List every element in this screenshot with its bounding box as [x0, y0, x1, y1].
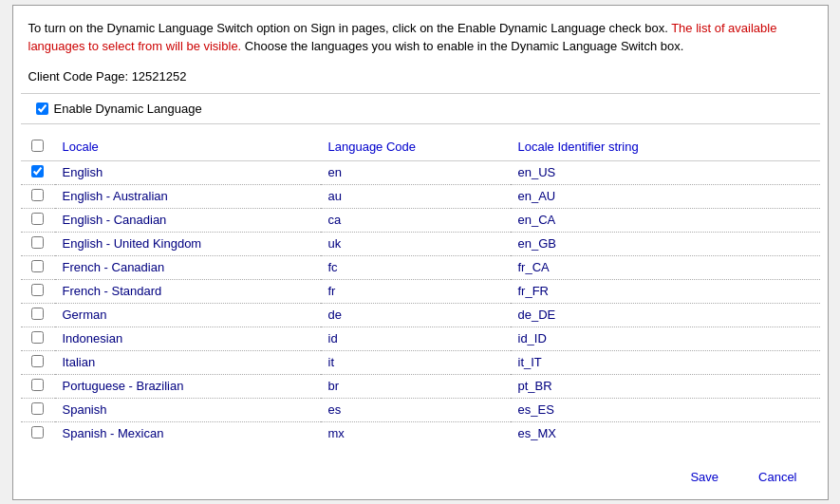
row-identifier: en_GB — [511, 232, 820, 255]
row-language-code: it — [321, 350, 511, 374]
row-identifier: en_AU — [511, 184, 820, 208]
row-language-code: uk — [321, 232, 511, 255]
row-checkbox[interactable] — [31, 236, 44, 249]
table-row: English - United Kingdomuken_GB — [21, 232, 820, 255]
client-code-value: 1252 — [132, 69, 159, 84]
row-checkbox[interactable] — [31, 331, 44, 344]
row-language-code: ca — [321, 208, 511, 232]
table-header-row: Locale Language Code Locale Identifier s… — [21, 134, 820, 161]
row-locale: Spanish - Mexican — [55, 421, 321, 445]
row-language-code: fr — [321, 279, 511, 303]
table-row: Portuguese - Brazilianbrpt_BR — [21, 374, 820, 398]
main-dialog: To turn on the Dynamic Language Switch o… — [12, 5, 829, 500]
row-locale: English - Australian — [55, 184, 321, 208]
row-locale: English - Canadian — [55, 208, 321, 232]
row-language-code: br — [321, 374, 511, 398]
row-checkbox[interactable] — [31, 379, 44, 391]
row-language-code: fc — [321, 255, 511, 279]
row-checkbox-cell — [21, 303, 55, 327]
row-language-code: au — [321, 184, 511, 208]
row-checkbox-cell — [21, 350, 55, 374]
client-code-section: Client Code Page: 12521252 — [13, 65, 828, 93]
row-identifier: id_ID — [511, 327, 820, 350]
row-locale: German — [55, 303, 321, 327]
row-checkbox[interactable] — [31, 355, 44, 367]
row-checkbox-cell — [21, 160, 55, 184]
row-checkbox-cell — [21, 398, 55, 421]
col-header-checkbox — [21, 134, 55, 161]
enable-section: Enable Dynamic Language — [21, 94, 820, 124]
row-checkbox-cell — [21, 421, 55, 445]
enable-dynamic-language-checkbox[interactable] — [36, 103, 48, 115]
table-row: Spanish - Mexicanmxes_MX — [21, 421, 820, 445]
footer: Save Cancel — [13, 455, 828, 499]
save-button[interactable]: Save — [675, 466, 734, 488]
row-checkbox-cell — [21, 279, 55, 303]
row-language-code: id — [321, 327, 511, 350]
table-row: Germandede_DE — [21, 303, 820, 327]
instruction-text: To turn on the Dynamic Language Switch o… — [13, 6, 828, 65]
row-checkbox-cell — [21, 232, 55, 255]
cancel-button[interactable]: Cancel — [743, 466, 812, 488]
table-row: Englishenen_US — [21, 160, 820, 184]
row-language-code: es — [321, 398, 511, 421]
instruction-part1: To turn on the Dynamic Language Switch o… — [28, 21, 672, 35]
row-locale: French - Standard — [55, 279, 321, 303]
row-locale: French - Canadian — [55, 255, 321, 279]
table-row: English - Canadiancaen_CA — [21, 208, 820, 232]
select-all-checkbox[interactable] — [31, 140, 44, 152]
row-identifier: en_US — [511, 160, 820, 184]
table-row: Spanisheses_ES — [21, 398, 820, 421]
table-row: French - Standardfrfr_FR — [21, 279, 820, 303]
row-checkbox[interactable] — [31, 284, 44, 296]
row-locale: English — [55, 160, 321, 184]
language-table: Locale Language Code Locale Identifier s… — [21, 134, 820, 445]
row-identifier: en_CA — [511, 208, 820, 232]
table-row: English - Australianauen_AU — [21, 184, 820, 208]
row-language-code: mx — [321, 421, 511, 445]
row-checkbox[interactable] — [31, 165, 44, 177]
row-checkbox[interactable] — [31, 308, 44, 320]
table-row: Indonesianidid_ID — [21, 327, 820, 350]
row-language-code: en — [321, 160, 511, 184]
row-locale: Indonesian — [55, 327, 321, 350]
row-identifier: es_MX — [511, 421, 820, 445]
language-table-body: Englishenen_USEnglish - Australianauen_A… — [21, 160, 820, 445]
row-identifier: fr_FR — [511, 279, 820, 303]
row-identifier: es_ES — [511, 398, 820, 421]
row-locale: English - United Kingdom — [55, 232, 321, 255]
row-identifier: de_DE — [511, 303, 820, 327]
instruction-part2: Choose the languages you wish to enable … — [241, 39, 683, 53]
row-locale: Portuguese - Brazilian — [55, 374, 321, 398]
row-checkbox-cell — [21, 374, 55, 398]
row-checkbox[interactable] — [31, 213, 44, 225]
col-header-locale: Locale — [55, 134, 321, 161]
row-identifier: it_IT — [511, 350, 820, 374]
table-row: Italianitit_IT — [21, 350, 820, 374]
row-checkbox[interactable] — [31, 260, 44, 272]
row-identifier: pt_BR — [511, 374, 820, 398]
table-row: French - Canadianfcfr_CA — [21, 255, 820, 279]
col-header-identifier: Locale Identifier string — [511, 134, 820, 161]
col-header-language-code: Language Code — [321, 134, 511, 161]
row-checkbox-cell — [21, 208, 55, 232]
row-checkbox-cell — [21, 184, 55, 208]
row-locale: Spanish — [55, 398, 321, 421]
row-language-code: de — [321, 303, 511, 327]
row-checkbox[interactable] — [31, 426, 44, 439]
client-code-label: Client Code Page: — [28, 69, 129, 84]
row-checkbox-cell — [21, 327, 55, 350]
row-checkbox[interactable] — [31, 189, 44, 201]
enable-dynamic-language-label[interactable]: Enable Dynamic Language — [54, 102, 202, 116]
row-checkbox-cell — [21, 255, 55, 279]
row-checkbox[interactable] — [31, 402, 44, 415]
row-locale: Italian — [55, 350, 321, 374]
row-identifier: fr_CA — [511, 255, 820, 279]
language-table-container: Locale Language Code Locale Identifier s… — [21, 134, 820, 445]
